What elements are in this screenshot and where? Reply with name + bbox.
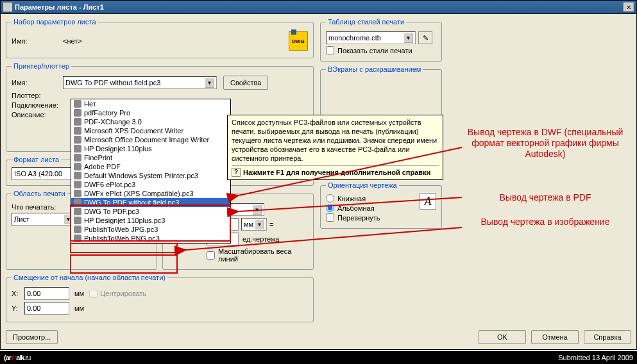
y-input[interactable] <box>24 302 69 315</box>
flip-label: Перевернуть <box>337 214 380 222</box>
printer-icon <box>74 136 81 144</box>
printer-option[interactable]: pdfFactory Pro <box>71 108 230 117</box>
printer-name-label: Имя: <box>12 79 63 87</box>
printer-option[interactable]: PublishToWeb PNG.pc3 <box>71 234 230 243</box>
landscape-radio[interactable] <box>326 204 334 212</box>
chevron-down-icon: ▼ <box>403 33 413 43</box>
scaleweights-label: Масштабировать веса линий <box>218 247 308 263</box>
sheetset-legend: Набор параметров листа <box>12 18 98 26</box>
desc-label: Описание: <box>12 111 63 119</box>
x-mm: мм <box>74 290 84 297</box>
preview-button[interactable]: Просмотр... <box>6 330 58 344</box>
viewports-group: ВЭкраны с раскрашиванием <box>320 65 442 117</box>
printer-option[interactable]: DWG To PDF without field.pc3 <box>71 198 230 207</box>
printer-icon <box>74 181 81 188</box>
landscape-label: Альбомная <box>337 204 375 212</box>
offset-legend: Смещение от начала (начало области печат… <box>12 274 167 281</box>
printer-option[interactable]: Adobe PDF <box>71 162 230 171</box>
y-label: Y: <box>12 304 24 312</box>
flip-checkbox[interactable] <box>326 213 334 222</box>
printer-option-label: FinePrint <box>84 154 112 161</box>
help-icon: ? <box>232 168 241 177</box>
plotarea-select[interactable]: Лист ▼ <box>12 213 76 226</box>
plotter-label: Плоттер: <box>12 92 63 99</box>
chevron-down-icon: ▼ <box>255 219 264 229</box>
properties-button[interactable]: Свойства <box>223 76 268 90</box>
printer-name-value: DWG To PDF without field.pc3 <box>65 79 160 87</box>
tooltip-f1: Нажмите F1 для получения дополнительной … <box>243 168 430 177</box>
printer-option[interactable]: HP Designjet 110plus <box>71 144 230 153</box>
portrait-radio[interactable] <box>326 194 334 203</box>
printer-icon <box>74 100 81 108</box>
site-logo: (arттalk.ru <box>4 354 30 361</box>
printer-option-label: Microsoft XPS Document Writer <box>84 127 183 135</box>
cancel-button[interactable]: Отмена <box>531 330 579 344</box>
printer-option[interactable]: HP Designjet 110plus.pc3 <box>71 216 230 225</box>
edch-label: ед.чертежа <box>242 235 279 243</box>
orient-group: Ориентация чертежа Книжная Альбомная Пер… <box>320 181 442 229</box>
help-button[interactable]: Справка <box>584 330 631 344</box>
printer-option-label: PublishToWeb JPG.pc3 <box>84 226 158 233</box>
center-checkbox <box>89 290 98 298</box>
title-bar: Параметры листа - Лист1 ✕ <box>0 0 637 14</box>
printer-icon <box>74 109 81 117</box>
printer-icon <box>74 235 81 242</box>
printer-icon <box>74 145 81 153</box>
printer-icon <box>74 226 81 233</box>
scale-unit-select[interactable]: мм ▼ <box>241 218 267 231</box>
printer-option-label: DWF6 ePlot.pc3 <box>84 181 135 188</box>
printer-icon <box>74 172 81 179</box>
printer-dropdown-list[interactable]: НетpdfFactory ProPDF-XChange 3.0Microsof… <box>71 99 231 244</box>
scale-unit-value: мм <box>244 220 253 228</box>
printer-option[interactable]: Microsoft XPS Document Writer <box>71 126 230 135</box>
x-label: X: <box>12 290 24 297</box>
printer-icon <box>74 118 81 126</box>
x-input[interactable] <box>24 287 69 300</box>
annotation-pdf: Вывод чертежа в PDF <box>462 192 629 203</box>
printer-option-label: DWG To PDF without field.pc3 <box>84 199 179 206</box>
printer-option-label: Нет <box>84 100 96 108</box>
papersize-value: ISO A3 (420.00 <box>14 170 62 178</box>
scaleweights-checkbox[interactable] <box>207 251 215 260</box>
footer-submitted: Submitted 13 April 2009 <box>558 354 633 361</box>
printer-option[interactable]: FinePrint <box>71 153 230 162</box>
printer-option-label: DWG To PDF.pc3 <box>84 208 139 215</box>
printer-option-label: pdfFactory Pro <box>84 109 130 117</box>
y-mm: мм <box>74 304 84 312</box>
orient-legend: Ориентация чертежа <box>326 181 399 189</box>
plotarea-legend: Область печати <box>12 190 67 197</box>
showstyles-label: Показать стили печати <box>337 47 412 54</box>
close-button[interactable]: ✕ <box>624 3 634 12</box>
connect-label: Подключение: <box>12 101 63 109</box>
printer-icon <box>74 208 81 215</box>
showstyles-checkbox[interactable] <box>326 46 334 54</box>
printer-icon <box>74 154 81 161</box>
printer-option[interactable]: PublishToWeb JPG.pc3 <box>71 225 230 234</box>
printer-option[interactable]: DWFx ePlot (XPS Compatible).pc3 <box>71 189 230 198</box>
printer-option[interactable]: Microsoft Office Document Image Writer <box>71 135 230 144</box>
printer-tooltip: Список доступных PC3-файлов или системны… <box>227 115 443 180</box>
plotstyle-select[interactable]: monochrome.ctb ▼ <box>326 31 416 44</box>
papersize-legend: Формат листа <box>12 156 61 163</box>
printer-option-label: HP Designjet 110plus <box>84 145 152 153</box>
printer-option[interactable]: Нет <box>71 99 230 108</box>
printer-option[interactable]: DWG To PDF.pc3 <box>71 207 230 216</box>
plotarea-value: Лист <box>14 215 30 223</box>
printer-option[interactable]: PDF-XChange 3.0 <box>71 117 230 126</box>
printer-name-select[interactable]: DWG To PDF without field.pc3 ▼ <box>63 76 217 89</box>
printer-option-label: DWFx ePlot (XPS Compatible).pc3 <box>84 190 194 197</box>
name-label: Имя: <box>12 37 63 45</box>
orient-preview-icon: A <box>420 193 436 210</box>
ok-button[interactable]: OK <box>479 330 526 344</box>
bottom-button-bar: Просмотр... OK Отмена Справка <box>6 330 631 344</box>
edit-style-button[interactable]: ✎ <box>418 31 432 44</box>
printer-icon <box>74 217 81 224</box>
annotation-dwf: Вывод чертежа в DWF (специальный формат … <box>462 127 629 160</box>
annotation-img: Вывод чертежа в изображение <box>462 217 629 228</box>
window-title: Параметры листа - Лист1 <box>15 3 624 11</box>
plotstyle-group: Таблица стилей печати monochrome.ctb ▼ ✎… <box>320 18 442 62</box>
printer-option[interactable]: DWF6 ePlot.pc3 <box>71 180 230 189</box>
printer-option-label: Default Windows System Printer.pc3 <box>84 172 198 179</box>
printer-option[interactable]: Default Windows System Printer.pc3 <box>71 171 230 180</box>
dialog-body: Набор параметров листа Имя: <нет> DWG Пр… <box>0 14 637 350</box>
